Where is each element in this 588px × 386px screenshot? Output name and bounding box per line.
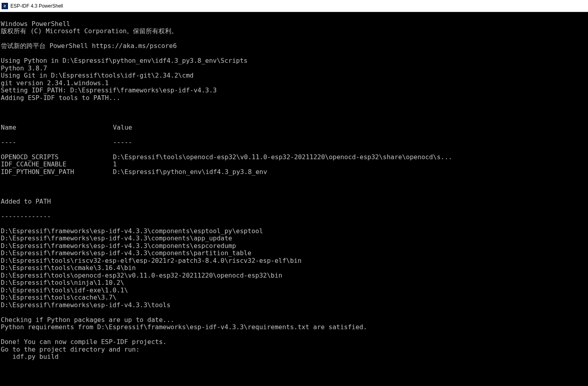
blank-line bbox=[1, 183, 587, 191]
terminal-line: Using Git in D:\Espressif\tools\idf-git\… bbox=[1, 72, 587, 80]
terminal-line bbox=[1, 331, 587, 339]
window-titlebar[interactable]: ≥ ESP-IDF 4.3 PowerShell bbox=[0, 0, 588, 12]
env-var-value: D:\Espressif\python_env\idf4.3_py3.8_env bbox=[113, 168, 587, 176]
env-var-value: 1 bbox=[113, 161, 587, 168]
path-entry: D:\Espressif\frameworks\esp-idf-v4.3.3\c… bbox=[1, 228, 587, 235]
terminal-line bbox=[1, 50, 587, 58]
path-entry: D:\Espressif\frameworks\esp-idf-v4.3.3\c… bbox=[1, 250, 587, 257]
env-sep-name: ---- bbox=[1, 139, 113, 146]
terminal-footer-block: Checking if Python packages are up to da… bbox=[1, 316, 587, 361]
terminal-line: idf.py build bbox=[1, 353, 587, 361]
env-table-separator: --------- bbox=[1, 139, 587, 146]
terminal-line: Using Python in D:\Espressif\python_env\… bbox=[1, 57, 587, 65]
terminal-line: 尝试新的跨平台 PowerShell https://aka.ms/pscore… bbox=[1, 42, 587, 50]
terminal-line: 版权所有 (C) Microsoft Corporation。保留所有权利。 bbox=[1, 28, 587, 35]
env-var-name: IDF_CCACHE_ENABLE bbox=[1, 161, 113, 168]
terminal-line: Go to the project directory and run: bbox=[1, 346, 587, 354]
terminal-output[interactable]: Windows PowerShell版权所有 (C) Microsoft Cor… bbox=[0, 12, 588, 386]
path-entry: D:\Espressif\tools\idf-exe\1.0.1\ bbox=[1, 287, 587, 294]
env-table-body: OPENOCD_SCRIPTSD:\Espressif\tools\openoc… bbox=[1, 154, 587, 176]
added-to-path-separator: ------------- bbox=[1, 213, 587, 220]
terminal-line: Python requirements from D:\Espressif\fr… bbox=[1, 324, 587, 331]
terminal-header-block: Windows PowerShell版权所有 (C) Microsoft Cor… bbox=[1, 20, 587, 102]
env-table-header: NameValue bbox=[1, 124, 587, 132]
added-to-path-label: Added to PATH bbox=[1, 198, 587, 206]
env-var-name: IDF_PYTHON_ENV_PATH bbox=[1, 168, 113, 176]
terminal-line: Setting IDF_PATH: D:\Espressif\framework… bbox=[1, 87, 587, 94]
terminal-line: Python 3.8.7 bbox=[1, 65, 587, 72]
env-sep-value: ----- bbox=[113, 139, 587, 146]
path-entry: D:\Espressif\frameworks\esp-idf-v4.3.3\c… bbox=[1, 235, 587, 242]
path-entry: D:\Espressif\tools\cmake\3.16.4\bin bbox=[1, 264, 587, 272]
env-table-row: IDF_PYTHON_ENV_PATHD:\Espressif\python_e… bbox=[1, 168, 587, 176]
env-table-row: OPENOCD_SCRIPTSD:\Espressif\tools\openoc… bbox=[1, 154, 587, 161]
path-entry: D:\Espressif\tools\openocd-esp32\v0.11.0… bbox=[1, 272, 587, 280]
path-entry: D:\Espressif\tools\ninja\1.10.2\ bbox=[1, 279, 587, 287]
path-entry: D:\Espressif\tools\ccache\3.7\ bbox=[1, 294, 587, 302]
powershell-icon: ≥ bbox=[2, 3, 8, 9]
powershell-icon-glyph: ≥ bbox=[4, 4, 6, 8]
env-header-value: Value bbox=[113, 124, 587, 132]
env-var-name: OPENOCD_SCRIPTS bbox=[1, 154, 113, 161]
path-entry: D:\Espressif\frameworks\esp-idf-v4.3.3\c… bbox=[1, 242, 587, 250]
terminal-line: Done! You can now compile ESP-IDF projec… bbox=[1, 338, 587, 346]
env-var-value: D:\Espressif\tools\openocd-esp32\v0.11.0… bbox=[113, 154, 587, 161]
terminal-line bbox=[1, 35, 587, 43]
terminal-line: Windows PowerShell bbox=[1, 20, 587, 28]
terminal-line: Checking if Python packages are up to da… bbox=[1, 316, 587, 324]
terminal-line: Adding ESP-IDF tools to PATH... bbox=[1, 94, 587, 102]
paths-list: D:\Espressif\frameworks\esp-idf-v4.3.3\c… bbox=[1, 228, 587, 309]
env-table-row: IDF_CCACHE_ENABLE1 bbox=[1, 161, 587, 168]
blank-line bbox=[1, 368, 587, 376]
path-entry: D:\Espressif\tools\riscv32-esp-elf\esp-2… bbox=[1, 257, 587, 265]
path-entry: D:\Espressif\frameworks\esp-idf-v4.3.3\t… bbox=[1, 302, 587, 309]
blank-line bbox=[1, 383, 587, 386]
terminal-line: git version 2.34.1.windows.1 bbox=[1, 80, 587, 87]
env-header-name: Name bbox=[1, 124, 113, 132]
blank-line bbox=[1, 109, 587, 117]
window-title: ESP-IDF 4.3 PowerShell bbox=[10, 3, 63, 9]
